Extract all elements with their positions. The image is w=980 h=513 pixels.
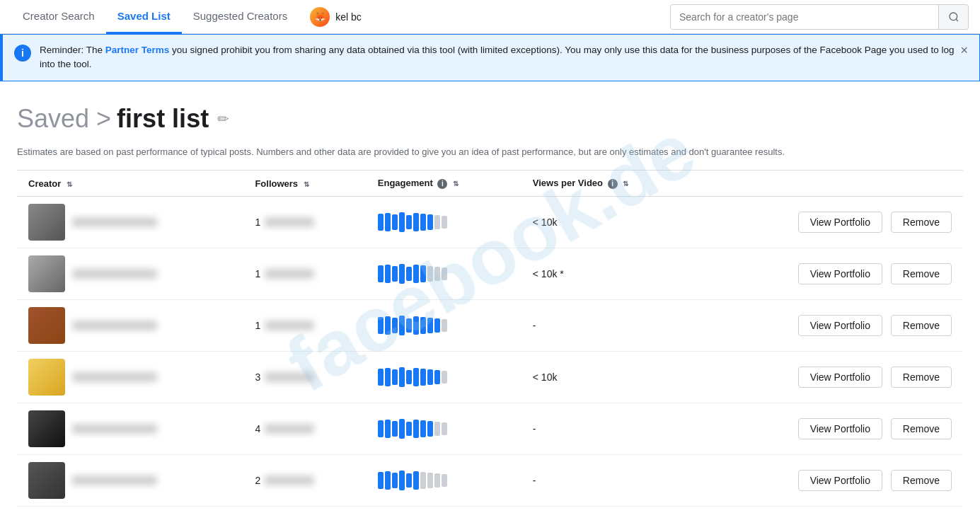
followers-cell: 2 — [243, 455, 366, 507]
page-title: Saved > first list ✏ — [17, 104, 963, 134]
actions-cell: View Portfolio Remove — [699, 300, 963, 352]
engagement-bar — [399, 367, 405, 387]
search-button[interactable] — [939, 4, 969, 30]
svg-point-0 — [950, 13, 957, 21]
engagement-bar — [406, 370, 412, 384]
creator-cell — [17, 352, 243, 403]
creator-name-blurred — [72, 372, 157, 382]
engagement-bar — [427, 214, 433, 230]
creator-info — [28, 462, 232, 499]
engagement-bar — [427, 421, 433, 437]
col-creator[interactable]: Creator ⇅ — [17, 171, 243, 197]
alert-text-before: Reminder: The — [40, 45, 105, 55]
engagement-bars — [378, 367, 510, 387]
sort-engagement-icon: ⇅ — [453, 180, 459, 188]
creator-cell — [17, 248, 243, 300]
engagement-bar — [378, 265, 384, 282]
engagement-bars — [378, 316, 510, 335]
views-value: - — [533, 475, 536, 486]
engagement-bar — [392, 266, 398, 282]
table-header-row: Creator ⇅ Followers ⇅ Engagement i ⇅ Vie… — [17, 171, 963, 197]
tab-suggested-creators[interactable]: Suggested Creators — [182, 0, 299, 34]
creator-thumbnail — [28, 462, 65, 499]
followers-prefix: 1 — [255, 217, 260, 228]
engagement-bars — [378, 264, 510, 284]
edit-list-name-icon[interactable]: ✏ — [217, 110, 229, 127]
actions-cell: View Portfolio Remove — [699, 403, 963, 455]
engagement-bar — [427, 369, 433, 385]
engagement-bar — [392, 318, 398, 333]
sort-views-icon: ⇅ — [623, 180, 628, 188]
page-header: Saved > first list ✏ — [0, 81, 980, 145]
top-navigation: Creator Search Saved List Suggested Crea… — [0, 0, 980, 34]
engagement-bar — [420, 214, 426, 231]
followers-blurred — [265, 424, 314, 434]
followers-prefix: 2 — [255, 475, 260, 486]
views-value: - — [533, 320, 536, 331]
view-portfolio-button[interactable]: View Portfolio — [798, 418, 882, 439]
creator-info — [28, 410, 232, 447]
engagement-bar — [413, 471, 419, 490]
alert-close-button[interactable]: × — [960, 43, 968, 58]
actions-cell: View Portfolio Remove — [699, 352, 963, 403]
disclaimer-text: Estimates are based on past performance … — [0, 145, 980, 171]
engagement-bar — [378, 472, 384, 489]
engagement-bar — [399, 419, 405, 439]
alert-icon: i — [14, 45, 31, 62]
search-input[interactable] — [670, 4, 939, 30]
tab-creator-search[interactable]: Creator Search — [11, 0, 106, 34]
engagement-bar — [442, 267, 447, 280]
engagement-bar — [434, 267, 440, 281]
creator-info — [28, 359, 232, 396]
remove-button[interactable]: Remove — [891, 212, 952, 233]
followers-blurred — [265, 321, 314, 330]
followers-cell: 3 — [243, 352, 366, 403]
engagement-bar — [420, 317, 426, 334]
col-engagement[interactable]: Engagement i ⇅ — [367, 171, 521, 197]
actions-cell: View Portfolio Remove — [699, 248, 963, 300]
engagement-bar — [399, 212, 405, 232]
creator-name-blurred — [72, 424, 157, 434]
tab-saved-list[interactable]: Saved List — [106, 0, 182, 34]
view-portfolio-button[interactable]: View Portfolio — [798, 367, 882, 388]
views-info-icon[interactable]: i — [608, 179, 618, 189]
account-name: kel bc — [335, 11, 362, 23]
table-row: 3 < 10k View Portfolio Remove — [17, 352, 963, 403]
col-views[interactable]: Views per Video i ⇅ — [521, 171, 699, 197]
followers-cell: 1 — [243, 300, 366, 352]
creator-table: Creator ⇅ Followers ⇅ Engagement i ⇅ Vie… — [17, 170, 963, 507]
account-selector[interactable]: 🦊 kel bc — [299, 1, 373, 33]
engagement-bars — [378, 419, 510, 439]
col-followers[interactable]: Followers ⇅ — [243, 171, 366, 197]
account-avatar: 🦊 — [310, 7, 330, 27]
remove-button[interactable]: Remove — [891, 367, 952, 388]
engagement-bar — [392, 421, 398, 437]
alert-banner: i Reminder: The Partner Terms you signed… — [0, 34, 980, 81]
search-icon — [948, 11, 959, 23]
engagement-info-icon[interactable]: i — [437, 179, 447, 189]
followers-blurred — [265, 269, 314, 279]
engagement-bars — [378, 471, 510, 490]
engagement-bar — [442, 422, 447, 435]
engagement-bar — [378, 214, 384, 231]
views-value: < 10k — [533, 371, 558, 383]
remove-button[interactable]: Remove — [891, 315, 952, 336]
followers-value: 1 — [255, 217, 354, 228]
creator-table-wrapper: Creator ⇅ Followers ⇅ Engagement i ⇅ Vie… — [0, 170, 980, 507]
engagement-bar — [427, 318, 433, 333]
remove-button[interactable]: Remove — [891, 418, 952, 439]
view-portfolio-button[interactable]: View Portfolio — [798, 263, 882, 284]
view-portfolio-button[interactable]: View Portfolio — [798, 315, 882, 336]
partner-terms-link[interactable]: Partner Terms — [105, 45, 170, 55]
remove-button[interactable]: Remove — [891, 470, 952, 491]
view-portfolio-button[interactable]: View Portfolio — [798, 470, 882, 491]
svg-line-1 — [956, 19, 958, 21]
view-portfolio-button[interactable]: View Portfolio — [798, 212, 882, 233]
engagement-bar — [378, 369, 384, 386]
engagement-bar — [385, 213, 391, 231]
remove-button[interactable]: Remove — [891, 263, 952, 284]
followers-prefix: 1 — [255, 268, 260, 279]
engagement-bar — [420, 369, 426, 386]
followers-blurred — [265, 217, 314, 227]
engagement-bar — [406, 473, 412, 488]
